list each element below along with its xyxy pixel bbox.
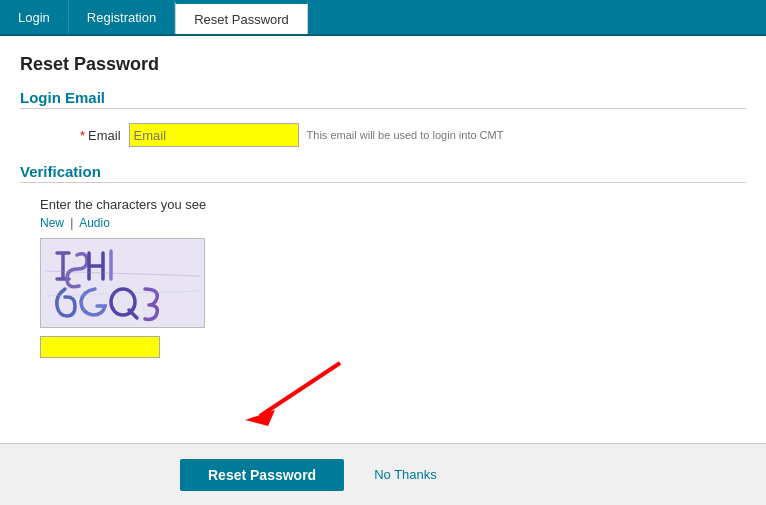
verification-divider [20,182,746,183]
arrow-svg [200,358,400,428]
captcha-svg [45,241,200,326]
tab-registration[interactable]: Registration [69,0,175,34]
required-indicator: * [80,128,85,143]
arrow-container [20,358,746,428]
footer-bar: Reset Password No Thanks [0,443,766,505]
tab-reset-password[interactable]: Reset Password [175,2,308,34]
tab-bar: Login Registration Reset Password [0,0,766,36]
email-input[interactable] [129,123,299,147]
email-form-row: * Email This email will be used to login… [20,123,746,147]
svg-line-5 [260,363,340,416]
captcha-audio-link[interactable]: Audio [79,216,110,230]
page-title: Reset Password [20,54,746,75]
captcha-links: New | Audio [40,216,746,230]
login-email-divider [20,108,746,109]
captcha-input[interactable] [40,336,160,358]
captcha-image [40,238,205,328]
login-email-section-header: Login Email [20,89,746,106]
captcha-new-link[interactable]: New [40,216,64,230]
no-thanks-link[interactable]: No Thanks [374,467,437,482]
tab-login[interactable]: Login [0,0,69,34]
captcha-separator: | [70,216,73,230]
email-label: Email [88,128,121,143]
verification-section: Verification Enter the characters you se… [20,163,746,358]
captcha-instruction: Enter the characters you see [40,197,746,212]
reset-password-button[interactable]: Reset Password [180,459,344,491]
main-content: Reset Password Login Email * Email This … [0,36,766,428]
svg-marker-6 [245,410,275,426]
verification-section-header: Verification [20,163,746,180]
email-hint: This email will be used to login into CM… [307,129,504,141]
